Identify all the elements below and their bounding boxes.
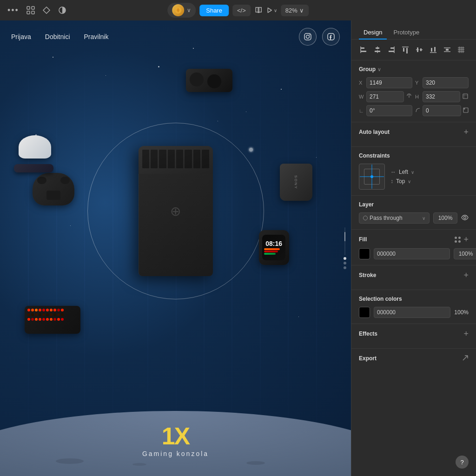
export-title: Export bbox=[359, 355, 377, 362]
angle-input[interactable] bbox=[366, 105, 412, 116]
panel-tabs: Design Prototype bbox=[351, 20, 476, 40]
led-row-2 bbox=[27, 313, 78, 316]
zoom-button[interactable]: 82% ∨ bbox=[281, 5, 309, 16]
svg-point-13 bbox=[132, 463, 146, 466]
effects-header: Effects + bbox=[359, 330, 469, 338]
zoom-chevron-icon: ∨ bbox=[299, 7, 304, 14]
add-effect-button[interactable]: + bbox=[463, 330, 469, 338]
effects-section: Effects + bbox=[351, 324, 476, 349]
corner-input-group bbox=[415, 105, 469, 116]
led-strip-body bbox=[25, 306, 80, 334]
svg-point-12 bbox=[246, 461, 265, 465]
fill-color-swatch[interactable] bbox=[359, 248, 370, 259]
constraints-title: Constraints bbox=[359, 152, 390, 159]
constraint-dropdowns: ↔ Left ∨ ↕ Top ∨ bbox=[390, 169, 414, 185]
grid-view-icon[interactable] bbox=[26, 6, 35, 14]
corner-input[interactable] bbox=[423, 105, 461, 116]
play-icon[interactable]: ∨ bbox=[266, 7, 277, 13]
controller-product bbox=[33, 173, 74, 205]
group-caret-icon[interactable]: ∨ bbox=[377, 66, 381, 73]
sel-color-swatch[interactable] bbox=[359, 307, 370, 318]
right-panel: Design Prototype bbox=[351, 20, 476, 476]
constrain-proportions-icon[interactable] bbox=[406, 93, 412, 101]
tab-design[interactable]: Design bbox=[359, 26, 387, 40]
sel-color-hex-input[interactable] bbox=[374, 307, 450, 318]
user-avatar-area[interactable]: ∨ bbox=[167, 3, 196, 18]
prize-label: Gaming konzola bbox=[142, 450, 209, 457]
selection-colors-section: Selection colors 100% bbox=[351, 290, 476, 324]
y-input[interactable] bbox=[423, 77, 469, 88]
nav-link-pravilnik[interactable]: Pravilnik bbox=[84, 33, 109, 40]
align-top-button[interactable] bbox=[400, 44, 411, 55]
stroke-section: Stroke + bbox=[351, 265, 476, 290]
align-center-h-button[interactable] bbox=[372, 44, 383, 55]
component-icon[interactable] bbox=[42, 6, 51, 14]
w-label: W bbox=[359, 94, 364, 99]
speaker-product: SONY bbox=[280, 164, 312, 201]
add-export-button[interactable] bbox=[462, 354, 469, 363]
scroll-indicator[interactable] bbox=[344, 227, 346, 269]
constraint-h-caret-icon: ∨ bbox=[411, 170, 414, 175]
helmet-product bbox=[14, 135, 56, 172]
smartwatch-product: 08:16 bbox=[259, 230, 289, 265]
x-label: X bbox=[359, 80, 364, 86]
constraint-h-dropdown[interactable]: ↔ Left ∨ bbox=[390, 169, 414, 175]
facebook-icon[interactable] bbox=[322, 28, 340, 46]
distribute-button[interactable] bbox=[442, 44, 453, 55]
constraints-section: Constraints ↔ Left ∨ bbox=[351, 147, 476, 196]
layer-opacity-input[interactable]: 100% bbox=[433, 212, 457, 224]
nav-link-prijava[interactable]: Prijava bbox=[11, 33, 31, 40]
stroke-header: Stroke + bbox=[359, 271, 469, 279]
book-icon[interactable] bbox=[254, 6, 263, 14]
constraints-widget: ↔ Left ∨ ↕ Top ∨ bbox=[359, 164, 469, 190]
add-stroke-button[interactable]: + bbox=[463, 271, 469, 279]
fill-section: Fill + − bbox=[351, 230, 476, 265]
angle-input-group: ∟ bbox=[359, 105, 412, 116]
layer-mode-value: Pass through bbox=[370, 215, 403, 221]
layer-visibility-icon[interactable] bbox=[461, 214, 469, 222]
svg-rect-30 bbox=[434, 47, 436, 52]
align-left-button[interactable] bbox=[358, 44, 369, 55]
fill-style-icon[interactable] bbox=[455, 237, 461, 243]
stat-red bbox=[264, 251, 278, 252]
sel-colors-header: Selection colors bbox=[359, 296, 469, 302]
x-input[interactable] bbox=[366, 77, 412, 88]
fill-opacity-input[interactable] bbox=[454, 248, 476, 259]
sel-color-row: 100% bbox=[359, 307, 469, 318]
code-button[interactable]: </> bbox=[232, 5, 251, 16]
share-button[interactable]: Share bbox=[199, 5, 229, 16]
watch-screen: 08:16 bbox=[262, 235, 285, 260]
svg-rect-21 bbox=[389, 51, 394, 52]
align-bottom-button[interactable] bbox=[428, 44, 439, 55]
resize-icon[interactable] bbox=[462, 93, 469, 101]
stat-green bbox=[264, 253, 276, 255]
constraints-header: Constraints bbox=[359, 152, 469, 159]
svg-point-8 bbox=[309, 34, 310, 35]
align-center-v-button[interactable] bbox=[414, 44, 425, 55]
x-input-group: X bbox=[359, 77, 412, 88]
align-right-button[interactable] bbox=[386, 44, 397, 55]
add-fill-button[interactable]: + bbox=[463, 235, 469, 244]
layer-mode-select[interactable]: Pass through ∨ bbox=[359, 212, 430, 224]
help-button[interactable]: ? bbox=[456, 456, 469, 469]
helmet-body bbox=[14, 135, 56, 172]
tidy-button[interactable] bbox=[456, 44, 467, 55]
constraint-inner bbox=[364, 169, 380, 185]
nav-link-dobitnici[interactable]: Dobitnici bbox=[45, 33, 70, 40]
svg-rect-24 bbox=[406, 48, 408, 53]
h-input[interactable] bbox=[423, 91, 460, 102]
group-label: Group bbox=[359, 66, 376, 73]
instagram-icon[interactable] bbox=[299, 28, 317, 46]
constraint-h-value: Left bbox=[399, 169, 408, 175]
fill-hex-input[interactable] bbox=[374, 248, 450, 259]
constraint-v-dropdown[interactable]: ↕ Top ∨ bbox=[390, 178, 414, 185]
corner-expand-icon[interactable] bbox=[463, 107, 469, 114]
w-input[interactable] bbox=[366, 91, 404, 102]
tab-prototype[interactable]: Prototype bbox=[389, 26, 424, 40]
canvas-area[interactable]: Prijava Dobitnici Pravilnik bbox=[0, 20, 351, 476]
effects-title: Effects bbox=[359, 331, 377, 337]
more-icon[interactable]: ••• bbox=[7, 6, 19, 15]
add-auto-layout-button[interactable]: + bbox=[463, 128, 469, 136]
contrast-icon[interactable] bbox=[58, 6, 66, 14]
xywh-grid: X Y W H bbox=[359, 77, 469, 102]
